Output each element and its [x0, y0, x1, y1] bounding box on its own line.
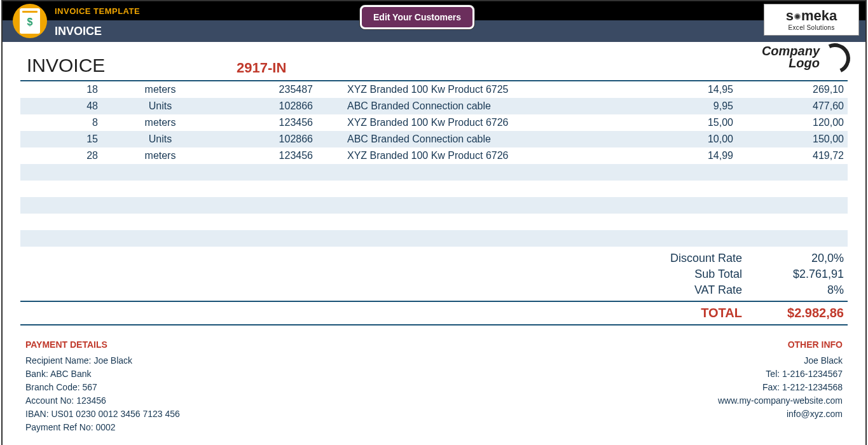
empty-row: [20, 214, 848, 230]
item-qty: 48: [20, 100, 103, 112]
item-code: 123456: [217, 150, 345, 161]
other-email: info@xyz.com: [718, 407, 843, 421]
other-web: www.my-company-website.com: [718, 394, 843, 407]
item-price: 14,99: [631, 150, 740, 161]
table-row: 28meters123456XYZ Branded 100 Kw Product…: [20, 147, 848, 164]
invoice-header-row: INVOICE 2917-IN CompanyLogo: [20, 42, 848, 81]
table-row: 18meters235487XYZ Branded 100 Kw Product…: [20, 81, 848, 98]
item-code: 102866: [217, 134, 345, 145]
item-desc: XYZ Branded 100 Kw Product 6726: [345, 117, 631, 128]
payment-ref: Payment Ref No: 0002: [25, 421, 180, 434]
table-row: 15Units102866ABC Branded Connection cabl…: [20, 131, 848, 147]
empty-row: [20, 164, 848, 181]
item-total: 120,00: [740, 117, 848, 128]
subtotal-value: $2.761,91: [755, 268, 844, 281]
item-desc: ABC Branded Connection cable: [345, 100, 631, 112]
other-header: OTHER INFO: [718, 338, 843, 352]
header-bar-sub: INVOICE Edit Your Customers smeka Excel …: [3, 20, 865, 42]
empty-row: [20, 197, 848, 214]
page-title: INVOICE: [55, 25, 102, 38]
payment-details: PAYMENT DETAILS Recipient Name: Joe Blac…: [25, 338, 180, 434]
table-row: 48Units102866ABC Branded Connection cabl…: [20, 98, 848, 114]
item-unit: meters: [103, 117, 217, 128]
invoice-label: INVOICE: [20, 55, 237, 76]
other-fax: Fax: 1-212-1234568: [718, 381, 843, 394]
item-total: 477,60: [740, 100, 848, 112]
other-name: Joe Black: [718, 354, 843, 367]
item-code: 102866: [217, 100, 345, 112]
invoice-number: 2917-IN: [237, 60, 364, 76]
item-desc: ABC Branded Connection cable: [345, 134, 631, 145]
someka-logo: smeka Excel Solutions: [764, 4, 859, 36]
payment-branch: Branch Code: 567: [25, 381, 180, 394]
empty-row: [20, 181, 848, 197]
company-logo: CompanyLogo: [762, 44, 848, 70]
item-desc: XYZ Branded 100 Kw Product 6725: [345, 84, 631, 95]
item-total: 419,72: [740, 150, 848, 161]
subtotal-label: Sub Total: [640, 268, 755, 281]
template-title: INVOICE TEMPLATE: [55, 6, 140, 16]
item-desc: XYZ Branded 100 Kw Product 6726: [345, 150, 631, 161]
someka-tagline: Excel Solutions: [789, 24, 835, 31]
item-total: 150,00: [740, 134, 848, 145]
empty-row: [20, 230, 848, 247]
table-row: 8meters123456XYZ Branded 100 Kw Product …: [20, 114, 848, 131]
total-value: $2.982,86: [755, 306, 844, 320]
item-price: 15,00: [631, 117, 740, 128]
item-unit: meters: [103, 150, 217, 161]
payment-header: PAYMENT DETAILS: [25, 338, 180, 352]
payment-bank: Bank: ABC Bank: [25, 367, 180, 381]
item-price: 10,00: [631, 134, 740, 145]
payment-footnote: *PAYMENTS SHOULD BE DONE TO OUR BANK ACC…: [20, 442, 848, 445]
total-label: TOTAL: [640, 306, 755, 320]
summary-section: Discount Rate 20,0% Sub Total $2.761,91 …: [20, 250, 848, 325]
item-qty: 15: [20, 134, 103, 145]
vat-label: VAT Rate: [640, 284, 755, 297]
other-tel: Tel: 1-216-1234567: [718, 367, 843, 381]
swoosh-icon: [822, 44, 848, 70]
other-info: OTHER INFO Joe Black Tel: 1-216-1234567 …: [718, 338, 843, 434]
payment-account: Account No: 123456: [25, 394, 180, 407]
item-code: 235487: [217, 84, 345, 95]
line-items-table: 18meters235487XYZ Branded 100 Kw Product…: [20, 81, 848, 164]
item-unit: meters: [103, 84, 217, 95]
item-unit: Units: [103, 100, 217, 112]
item-unit: Units: [103, 134, 217, 145]
payment-recipient: Recipient Name: Joe Black: [25, 354, 180, 367]
item-price: 14,95: [631, 84, 740, 95]
item-qty: 8: [20, 117, 103, 128]
item-qty: 18: [20, 84, 103, 95]
discount-label: Discount Rate: [640, 252, 755, 265]
footer-section: PAYMENT DETAILS Recipient Name: Joe Blac…: [20, 338, 848, 442]
discount-value: 20,0%: [755, 252, 844, 265]
vat-value: 8%: [755, 284, 844, 297]
payment-iban: IBAN: US01 0230 0012 3456 7123 456: [25, 407, 180, 421]
app-logo-icon: $: [13, 4, 47, 38]
item-qty: 28: [20, 150, 103, 161]
item-code: 123456: [217, 117, 345, 128]
item-price: 9,95: [631, 100, 740, 112]
item-total: 269,10: [740, 84, 848, 95]
edit-customers-button[interactable]: Edit Your Customers: [360, 5, 474, 29]
